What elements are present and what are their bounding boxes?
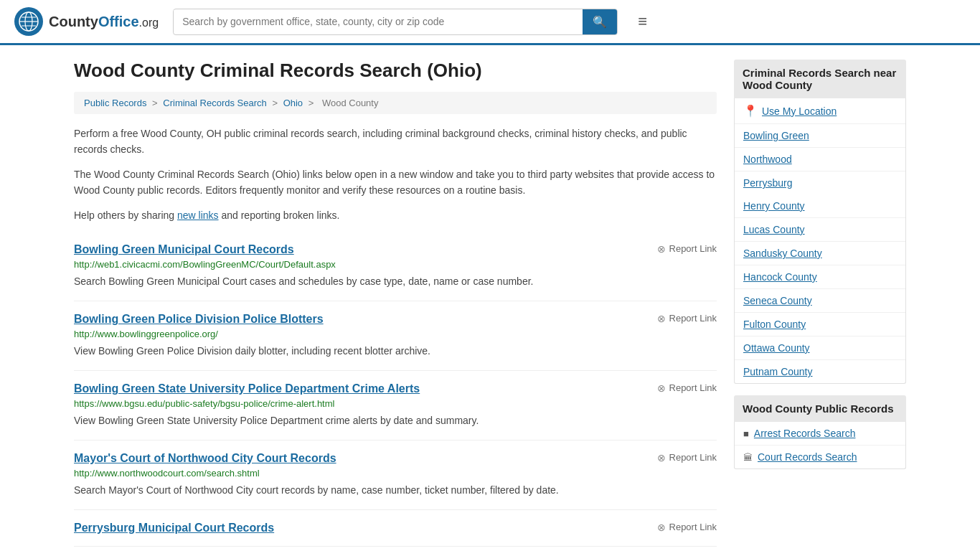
search-bar: 🔍 xyxy=(173,9,618,35)
breadcrumb-criminal-records[interactable]: Criminal Records Search xyxy=(163,98,267,108)
report-icon-0: ⊗ xyxy=(657,243,666,255)
sidebar-county-0[interactable]: Henry County xyxy=(735,194,905,218)
sidebar-city-2[interactable]: Perrysburg xyxy=(735,171,905,194)
search-button[interactable]: 🔍 xyxy=(583,9,617,34)
public-record-icon-1: 🏛 xyxy=(743,452,753,463)
record-title-0[interactable]: Bowling Green Municipal Court Records xyxy=(74,243,294,256)
sidebar-county-6[interactable]: Ottawa County xyxy=(735,336,905,360)
sidebar-county-3[interactable]: Hancock County xyxy=(735,265,905,289)
public-record-link-0[interactable]: Arrest Records Search xyxy=(754,428,856,439)
content-area: Wood County Criminal Records Search (Ohi… xyxy=(74,60,717,547)
sidebar-county-5[interactable]: Fulton County xyxy=(735,313,905,336)
breadcrumb-sep-3: > xyxy=(308,98,316,108)
sidebar: Criminal Records Search near Wood County… xyxy=(734,60,906,547)
record-title-2[interactable]: Bowling Green State University Police De… xyxy=(74,382,420,395)
search-input[interactable] xyxy=(174,10,583,33)
nearby-list: 📍 Use My Location Bowling GreenNorthwood… xyxy=(734,98,906,384)
breadcrumb: Public Records > Criminal Records Search… xyxy=(74,92,717,114)
search-icon: 🔍 xyxy=(593,16,607,28)
city-link-2[interactable]: Perrysburg xyxy=(743,177,792,189)
report-icon-3: ⊗ xyxy=(657,452,666,463)
sidebar-county-4[interactable]: Seneca County xyxy=(735,289,905,313)
breadcrumb-ohio[interactable]: Ohio xyxy=(283,98,303,108)
record-header-4: Perrysburg Municipal Court Records ⊗ Rep… xyxy=(74,522,717,534)
report-icon-1: ⊗ xyxy=(657,313,666,324)
record-desc-3: Search Mayor's Court of Northwood City c… xyxy=(74,483,717,498)
report-link-2[interactable]: ⊗ Report Link xyxy=(649,382,717,394)
breadcrumb-wood-county: Wood County xyxy=(322,98,379,108)
header: CountyOffice.org 🔍 ≡ xyxy=(0,0,980,45)
use-my-location-item[interactable]: 📍 Use My Location xyxy=(735,98,905,124)
public-record-item-1[interactable]: 🏛 Court Records Search xyxy=(735,446,905,468)
page-title: Wood County Criminal Records Search (Ohi… xyxy=(74,60,717,82)
description-3: Help others by sharing new links and rep… xyxy=(74,207,717,223)
record-header-3: Mayor's Court of Northwood City Court Re… xyxy=(74,452,717,465)
sidebar-county-1[interactable]: Lucas County xyxy=(735,218,905,242)
sidebar-city-0[interactable]: Bowling Green xyxy=(735,124,905,148)
public-records-items: ■ Arrest Records Search 🏛 Court Records … xyxy=(735,422,905,468)
nearby-section: Criminal Records Search near Wood County… xyxy=(734,60,906,384)
report-link-1[interactable]: ⊗ Report Link xyxy=(649,313,717,324)
record-item: Mayor's Court of Northwood City Court Re… xyxy=(74,441,717,510)
public-records-list: ■ Arrest Records Search 🏛 Court Records … xyxy=(734,422,906,469)
record-desc-0: Search Bowling Green Municipal Court cas… xyxy=(74,274,717,289)
county-link-7[interactable]: Putnam County xyxy=(743,366,813,377)
report-icon-2: ⊗ xyxy=(657,382,666,394)
record-header-0: Bowling Green Municipal Court Records ⊗ … xyxy=(74,243,717,256)
logo-icon xyxy=(14,7,43,36)
public-record-icon-0: ■ xyxy=(743,428,749,439)
county-link-0[interactable]: Henry County xyxy=(743,200,805,212)
public-records-section: Wood County Public Records ■ Arrest Reco… xyxy=(734,395,906,469)
report-link-4[interactable]: ⊗ Report Link xyxy=(649,522,717,533)
sidebar-city-1[interactable]: Northwood xyxy=(735,148,905,171)
description-1: Perform a free Wood County, OH public cr… xyxy=(74,126,717,158)
report-icon-4: ⊗ xyxy=(657,522,666,533)
county-link-4[interactable]: Seneca County xyxy=(743,295,812,306)
record-url-3[interactable]: http://www.northwoodcourt.com/search.sht… xyxy=(74,468,717,479)
report-link-3[interactable]: ⊗ Report Link xyxy=(649,452,717,463)
report-link-0[interactable]: ⊗ Report Link xyxy=(649,243,717,255)
record-title-4[interactable]: Perrysburg Municipal Court Records xyxy=(74,522,274,534)
main-container: Wood County Criminal Records Search (Ohi… xyxy=(60,45,920,551)
sidebar-counties: Henry CountyLucas CountySandusky CountyH… xyxy=(735,194,905,383)
logo-text: CountyOffice.org xyxy=(49,14,159,30)
nearby-header: Criminal Records Search near Wood County xyxy=(734,60,906,98)
record-header-2: Bowling Green State University Police De… xyxy=(74,382,717,395)
use-my-location-link[interactable]: Use My Location xyxy=(762,105,837,117)
menu-button[interactable]: ≡ xyxy=(632,9,653,34)
record-desc-2: View Bowling Green State University Poli… xyxy=(74,413,717,428)
location-icon: 📍 xyxy=(743,104,758,118)
record-item: Bowling Green Municipal Court Records ⊗ … xyxy=(74,232,717,301)
public-records-header: Wood County Public Records xyxy=(734,395,906,422)
sidebar-county-2[interactable]: Sandusky County xyxy=(735,242,905,265)
county-link-5[interactable]: Fulton County xyxy=(743,319,806,330)
record-title-3[interactable]: Mayor's Court of Northwood City Court Re… xyxy=(74,452,336,465)
public-record-item-0[interactable]: ■ Arrest Records Search xyxy=(735,422,905,446)
records-container: Bowling Green Municipal Court Records ⊗ … xyxy=(74,232,717,547)
record-item: Bowling Green State University Police De… xyxy=(74,371,717,441)
city-link-1[interactable]: Northwood xyxy=(743,154,792,165)
county-link-1[interactable]: Lucas County xyxy=(743,224,805,235)
record-url-0[interactable]: http://web1.civicacmi.com/BowlingGreenMC… xyxy=(74,259,717,270)
record-item: Bowling Green Police Division Police Blo… xyxy=(74,301,717,371)
description-2: The Wood County Criminal Records Search … xyxy=(74,166,717,199)
county-link-2[interactable]: Sandusky County xyxy=(743,248,822,259)
county-link-6[interactable]: Ottawa County xyxy=(743,342,810,354)
new-links-link[interactable]: new links xyxy=(177,209,219,221)
breadcrumb-sep-1: > xyxy=(152,98,160,108)
logo-area: CountyOffice.org xyxy=(14,7,159,36)
record-header-1: Bowling Green Police Division Police Blo… xyxy=(74,313,717,326)
sidebar-cities: Bowling GreenNorthwoodPerrysburg xyxy=(735,124,905,194)
record-url-2[interactable]: https://www.bgsu.edu/public-safety/bgsu-… xyxy=(74,398,717,409)
public-record-link-1[interactable]: Court Records Search xyxy=(758,451,857,463)
record-item: Perrysburg Municipal Court Records ⊗ Rep… xyxy=(74,510,717,547)
breadcrumb-sep-2: > xyxy=(272,98,280,108)
record-url-1[interactable]: http://www.bowlinggreenpolice.org/ xyxy=(74,329,717,339)
record-title-1[interactable]: Bowling Green Police Division Police Blo… xyxy=(74,313,324,326)
city-link-0[interactable]: Bowling Green xyxy=(743,130,809,141)
sidebar-county-7[interactable]: Putnam County xyxy=(735,360,905,383)
breadcrumb-public-records[interactable]: Public Records xyxy=(84,98,146,108)
record-desc-1: View Bowling Green Police Division daily… xyxy=(74,344,717,359)
hamburger-icon: ≡ xyxy=(638,12,647,30)
county-link-3[interactable]: Hancock County xyxy=(743,271,817,283)
